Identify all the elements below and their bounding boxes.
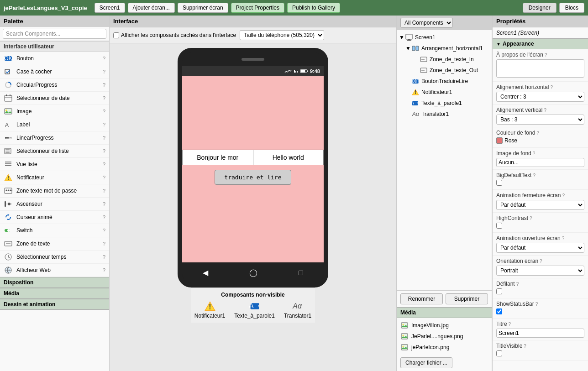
palette-item-list-picker[interactable]: Sélectionneur de liste ? <box>0 145 109 158</box>
help-icon[interactable]: ? <box>536 131 539 136</box>
palette-item-notificateur[interactable]: ! Notificateur ? <box>0 171 109 184</box>
help-icon[interactable]: ? <box>550 85 553 90</box>
blocs-button[interactable]: Blocs <box>559 3 584 13</box>
close-anim-select[interactable]: Par défaut Glisser Fondu <box>496 200 584 210</box>
high-contrast-checkbox[interactable] <box>496 223 502 229</box>
show-hidden-checkbox[interactable] <box>113 32 119 38</box>
help-icon[interactable]: ? <box>540 259 542 264</box>
palette-item-password[interactable]: •••• Zone texte mot de passe ? <box>0 184 109 198</box>
help-icon[interactable]: ? <box>533 151 536 156</box>
palette-item-textbox[interactable]: Zone de texte ? <box>0 237 109 251</box>
title-input[interactable] <box>496 329 584 338</box>
help-icon[interactable]: ? <box>103 162 105 167</box>
help-icon[interactable]: ? <box>103 201 105 207</box>
tree-node-bouton-traduire[interactable]: btn BoutonTraduireLire <box>397 76 492 87</box>
palette-item-switch[interactable]: Switch ? <box>0 224 109 237</box>
palette-section-media[interactable]: Média <box>0 288 109 299</box>
project-properties-button[interactable]: Project Properties <box>231 3 284 13</box>
tree-node-zone-in[interactable]: Zone_de_texte_In <box>397 54 492 65</box>
delete-button[interactable]: Supprimer <box>446 293 488 304</box>
palette-item-time-picker[interactable]: Sélectionneur temps ? <box>0 251 109 264</box>
media-item-imagevillon[interactable]: ImageVillon.jpg <box>397 320 492 331</box>
palette-item-list-view[interactable]: Vue liste ? <box>0 158 109 171</box>
appearance-section[interactable]: ▼ Appearance <box>493 38 588 49</box>
publish-to-gallery-button[interactable]: Publish to Gallery <box>287 3 340 13</box>
h-align-select[interactable]: Centrer : 3 Gauche : 1 Droite : 2 <box>496 92 584 102</box>
help-icon[interactable]: ? <box>103 148 105 154</box>
help-icon[interactable]: ? <box>103 135 105 141</box>
tree-toggle[interactable]: ▼ <box>405 45 411 52</box>
rename-button[interactable]: Renommer <box>400 293 443 304</box>
help-icon[interactable]: ? <box>103 267 105 273</box>
palette-item-bouton[interactable]: OK Bouton ? <box>0 52 109 65</box>
tree-toggle[interactable]: ▼ <box>399 34 405 41</box>
help-icon[interactable]: ? <box>103 241 105 246</box>
help-icon[interactable]: ? <box>544 108 546 113</box>
help-icon[interactable]: ? <box>524 344 526 349</box>
scrollable-checkbox[interactable] <box>496 288 502 294</box>
help-icon[interactable]: ? <box>562 236 565 241</box>
back-btn[interactable]: ◀ <box>203 268 208 277</box>
palette-section-disposition[interactable]: Disposition <box>0 277 109 288</box>
translate-btn[interactable]: traduire et lire <box>215 170 291 185</box>
tree-node-arrangement[interactable]: ▼ Arrangement_horizontal1 <box>397 43 492 54</box>
palette-item-webview[interactable]: Afficheur Web ? <box>0 264 109 277</box>
help-icon[interactable]: ? <box>103 69 105 74</box>
orientation-select[interactable]: Portrait Paysage Capteur <box>496 266 584 276</box>
invisible-icons: ! Notificateur1 A→ Texte_à_parole1 Aα Tr… <box>194 301 311 319</box>
screen1-button[interactable]: Screen1 <box>94 3 125 13</box>
palette-item-case-cocher[interactable]: Case à cocher ? <box>0 65 109 78</box>
palette-item-image[interactable]: Image ? <box>0 105 109 118</box>
show-status-bar-checkbox[interactable] <box>496 308 502 314</box>
help-icon[interactable]: ? <box>545 52 547 57</box>
title-visible-checkbox[interactable] <box>496 350 502 356</box>
tree-node-translator[interactable]: Aα Translator1 <box>397 109 492 120</box>
media-item-jeparle-ngues[interactable]: JeParleL...ngues.png <box>397 331 492 342</box>
remove-screen-button[interactable]: Supprimer écran <box>178 3 228 13</box>
svg-rect-6 <box>6 94 7 96</box>
open-anim-select[interactable]: Par défaut Glisser Fondu <box>496 243 584 253</box>
v-align-select[interactable]: Bas : 3 Haut : 1 Centrer : 2 <box>496 115 584 125</box>
help-icon[interactable]: ? <box>103 82 105 88</box>
palette-item-circular-progress[interactable]: CircularProgress ? <box>0 78 109 92</box>
palette-item-date[interactable]: Sélectionneur de date ? <box>0 92 109 105</box>
big-default-text-checkbox[interactable] <box>496 180 502 186</box>
help-icon[interactable]: ? <box>103 254 105 260</box>
palette-item-slider[interactable]: Ascenseur ? <box>0 198 109 211</box>
all-components-select[interactable]: All Components <box>400 18 453 28</box>
palette-item-spinner[interactable]: Curseur animé ? <box>0 211 109 224</box>
add-screen-button[interactable]: Ajouter écran... <box>128 3 175 13</box>
palette-section-dessin[interactable]: Dessin et animation <box>0 299 109 310</box>
tree-node-screen1[interactable]: ▼ Screen1 <box>397 32 492 43</box>
tree-node-zone-out[interactable]: Zone_de_texte_Out <box>397 65 492 76</box>
home-btn[interactable]: ◯ <box>249 268 257 277</box>
help-icon[interactable]: ? <box>103 228 105 233</box>
tree-label-texte-parole: Texte_à_parole1 <box>421 100 462 106</box>
help-icon[interactable]: ? <box>103 214 105 220</box>
tree-node-texte-parole[interactable]: A→ Texte_à_parole1 <box>397 98 492 109</box>
apps-btn[interactable]: □ <box>299 269 303 277</box>
about-screen-input[interactable] <box>496 59 584 78</box>
help-icon[interactable]: ? <box>516 282 519 287</box>
upload-file-button[interactable]: Charger fichier ... <box>400 357 452 368</box>
help-icon[interactable]: ? <box>103 109 105 114</box>
color-swatch[interactable]: Rose <box>496 137 517 144</box>
help-icon[interactable]: ? <box>103 175 105 180</box>
designer-button[interactable]: Designer <box>523 3 556 13</box>
help-icon[interactable]: ? <box>103 95 105 101</box>
help-icon[interactable]: ? <box>533 173 536 178</box>
phone-size-select[interactable]: Taille du téléphone (505,320) <box>240 30 324 40</box>
bg-image-input[interactable] <box>496 158 584 167</box>
search-input[interactable] <box>3 29 106 39</box>
help-icon[interactable]: ? <box>103 188 105 193</box>
tree-node-notificateur[interactable]: ! Notificateur1 <box>397 87 492 98</box>
help-icon[interactable]: ? <box>509 322 511 327</box>
help-icon[interactable]: ? <box>103 56 105 61</box>
help-icon[interactable]: ? <box>530 216 532 221</box>
help-icon[interactable]: ? <box>536 302 538 307</box>
media-item-jeparleicon[interactable]: jeParleIcon.png <box>397 342 492 353</box>
palette-item-label[interactable]: A Label ? <box>0 118 109 131</box>
palette-item-linear-progress[interactable]: LinearProgress ? <box>0 131 109 145</box>
help-icon[interactable]: ? <box>103 122 105 127</box>
help-icon[interactable]: ? <box>562 193 565 198</box>
